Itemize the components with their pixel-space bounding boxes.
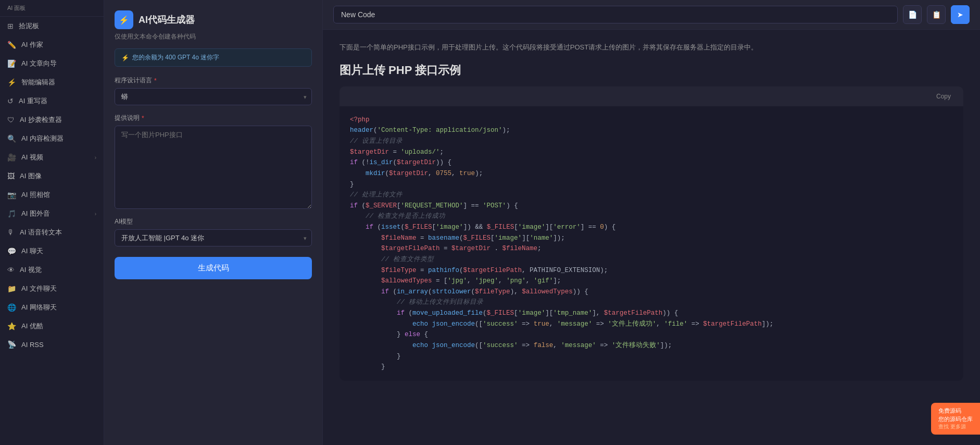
sidebar: AI 面板 ⊞ 拾泥板 ✏️ AI 作家 📝 AI 文章向导 ⚡ 智能编辑器 ↺… bbox=[0, 0, 104, 445]
left-panel: ⚡ AI代码生成器 仅使用文本命令创建各种代码 ⚡ 您的余额为 400 GPT … bbox=[104, 0, 323, 445]
sidebar-item-web-chat[interactable]: 🌐 AI 网络聊天 bbox=[0, 298, 104, 317]
sidebar-item-label: AI 文件聊天 bbox=[21, 284, 57, 293]
required-marker-2: * bbox=[142, 115, 144, 122]
credit-text: 您的余额为 400 GPT 4o 迷你字 bbox=[132, 53, 219, 62]
sidebar-item-cool[interactable]: ⭐ AI 优酷 bbox=[0, 317, 104, 336]
required-marker: * bbox=[154, 77, 157, 84]
generate-button[interactable]: 生成代码 bbox=[115, 257, 312, 279]
sidebar-item-label: AI 照相馆 bbox=[21, 190, 50, 200]
copy-icon: 📋 bbox=[932, 10, 941, 19]
sidebar-item-rewriter[interactable]: ↺ AI 重写器 bbox=[0, 92, 104, 110]
top-bar: 📄 📋 ➤ bbox=[323, 0, 980, 30]
panel-icon: ⚡ bbox=[115, 10, 133, 29]
description-text: 下面是一个简单的PHP接口示例，用于处理图片上传。这个代码段将接受通过POST请… bbox=[340, 42, 963, 53]
code-block: Copy <?php header('Content-Type: applica… bbox=[340, 86, 963, 381]
lang-select[interactable]: 蟒 bbox=[115, 88, 312, 105]
panel-title: AI代码生成器 bbox=[139, 14, 195, 26]
code-title-input[interactable] bbox=[333, 6, 898, 23]
sidebar-item-label: AI 图像 bbox=[20, 171, 42, 181]
pen-icon: ✏️ bbox=[7, 41, 16, 49]
sidebar-item-plagiarism[interactable]: 🛡 AI 抄袭检查器 bbox=[0, 110, 104, 129]
file-icon: 📄 bbox=[908, 10, 917, 19]
copy-top-button[interactable]: 📋 bbox=[927, 5, 946, 24]
code-block-header: Copy bbox=[340, 86, 963, 106]
panel-header: ⚡ AI代码生成器 bbox=[115, 10, 312, 29]
credit-icon: ⚡ bbox=[121, 54, 129, 61]
sidebar-item-chat[interactable]: 💬 AI 聊天 bbox=[0, 242, 104, 261]
file-button[interactable]: 📄 bbox=[903, 5, 922, 24]
sidebar-item-label: AI 视频 bbox=[21, 153, 43, 162]
chevron-right-icon: › bbox=[95, 155, 96, 160]
sidebar-item-smart-editor[interactable]: ⚡ 智能编辑器 bbox=[0, 73, 104, 92]
chat-icon: 💬 bbox=[7, 247, 16, 255]
sidebar-header: AI 面板 bbox=[0, 0, 104, 17]
code-section-title: 图片上传 PHP 接口示例 bbox=[340, 63, 963, 78]
send-button[interactable]: ➤ bbox=[951, 5, 970, 24]
sidebar-item-image[interactable]: 🖼 AI 图像 bbox=[0, 167, 104, 186]
send-icon: ➤ bbox=[957, 10, 963, 19]
sidebar-item-visual[interactable]: 👁 AI 视觉 bbox=[0, 261, 104, 279]
star-icon: ⭐ bbox=[7, 322, 16, 330]
watermark-line1: 免费源码 bbox=[938, 407, 973, 415]
right-content: 下面是一个简单的PHP接口示例，用于处理图片上传。这个代码段将接受通过POST请… bbox=[323, 30, 980, 445]
sidebar-item-tts[interactable]: 🎙 AI 语音转文本 bbox=[0, 223, 104, 242]
sidebar-item-label: AI 作家 bbox=[21, 40, 43, 50]
model-select[interactable]: 开放人工智能 |GPT 4o 迷你 bbox=[115, 229, 312, 246]
sidebar-item-label: 智能编辑器 bbox=[21, 78, 55, 87]
article-icon: 📝 bbox=[7, 59, 16, 68]
lang-label: 程序设计语言 * bbox=[115, 76, 312, 85]
lightning-icon: ⚡ bbox=[7, 78, 16, 86]
lang-select-wrapper: 蟒 bbox=[115, 88, 312, 105]
watermark-line3: 查找 更多源 bbox=[938, 423, 973, 430]
main-area: ⚡ AI代码生成器 仅使用文本命令创建各种代码 ⚡ 您的余额为 400 GPT … bbox=[104, 0, 980, 445]
sidebar-item-label: AI RSS bbox=[21, 341, 44, 349]
sidebar-item-label: AI 视觉 bbox=[20, 265, 42, 275]
sidebar-item-ai-writer[interactable]: ✏️ AI 作家 bbox=[0, 35, 104, 54]
watermark: 免费源码 您的源码仓库 查找 更多源 bbox=[931, 403, 980, 435]
video-icon: 🎥 bbox=[7, 153, 16, 162]
credit-banner: ⚡ 您的余额为 400 GPT 4o 迷你字 bbox=[115, 48, 312, 67]
sidebar-item-audio[interactable]: 🎵 AI 图外音 › bbox=[0, 204, 104, 223]
sidebar-item-label: AI 网络聊天 bbox=[21, 303, 57, 312]
panel-subtitle: 仅使用文本命令创建各种代码 bbox=[115, 32, 312, 41]
model-select-wrapper: 开放人工智能 |GPT 4o 迷你 bbox=[115, 229, 312, 246]
mic-icon: 🎙 bbox=[7, 228, 15, 237]
sidebar-item-draft[interactable]: ⊞ 拾泥板 bbox=[0, 17, 104, 35]
sidebar-item-label: 拾泥板 bbox=[19, 21, 39, 31]
grid-icon: ⊞ bbox=[7, 22, 14, 30]
sidebar-item-detector[interactable]: 🔍 AI 内容检测器 bbox=[0, 129, 104, 148]
sidebar-item-label: AI 图外音 bbox=[21, 209, 50, 218]
globe-icon: 🌐 bbox=[7, 303, 16, 312]
sidebar-item-label: AI 抄袭检查器 bbox=[20, 115, 62, 125]
detect-icon: 🔍 bbox=[7, 134, 16, 143]
shield-icon: 🛡 bbox=[7, 116, 15, 124]
sidebar-item-label: AI 聊天 bbox=[21, 246, 43, 256]
copy-code-button[interactable]: Copy bbox=[932, 91, 955, 102]
watermark-line2: 您的源码仓库 bbox=[938, 415, 973, 423]
sidebar-item-photo[interactable]: 📷 AI 照相馆 bbox=[0, 186, 104, 204]
prompt-textarea[interactable] bbox=[115, 126, 312, 209]
rss-icon: 📡 bbox=[7, 340, 16, 349]
sidebar-item-ai-article[interactable]: 📝 AI 文章向导 bbox=[0, 54, 104, 73]
folder-icon: 📁 bbox=[7, 285, 16, 293]
eye-icon: 👁 bbox=[7, 266, 15, 274]
image-icon: 🖼 bbox=[7, 172, 15, 180]
chevron-right-icon: › bbox=[95, 211, 96, 217]
music-icon: 🎵 bbox=[7, 209, 16, 218]
bolt-icon: ⚡ bbox=[119, 15, 129, 25]
sidebar-item-label: AI 文章向导 bbox=[21, 59, 57, 68]
sidebar-item-rss[interactable]: 📡 AI RSS bbox=[0, 336, 104, 353]
sidebar-item-label: AI 语音转文本 bbox=[20, 228, 62, 237]
sidebar-item-label: AI 重写器 bbox=[19, 96, 47, 106]
rewrite-icon: ↺ bbox=[7, 97, 14, 105]
sidebar-item-file-chat[interactable]: 📁 AI 文件聊天 bbox=[0, 279, 104, 298]
camera-icon: 📷 bbox=[7, 191, 16, 199]
code-content: <?php header('Content-Type: application/… bbox=[340, 106, 963, 381]
sidebar-item-label: AI 内容检测器 bbox=[21, 134, 64, 143]
sidebar-item-label: AI 优酷 bbox=[21, 322, 43, 331]
prompt-label: 提供说明 * bbox=[115, 114, 312, 122]
model-label: AI模型 bbox=[115, 217, 312, 226]
right-panel: 📄 📋 ➤ 下面是一个简单的PHP接口示例，用于处理图片上传。这个代码段将接受通… bbox=[323, 0, 980, 445]
sidebar-item-video[interactable]: 🎥 AI 视频 › bbox=[0, 148, 104, 167]
